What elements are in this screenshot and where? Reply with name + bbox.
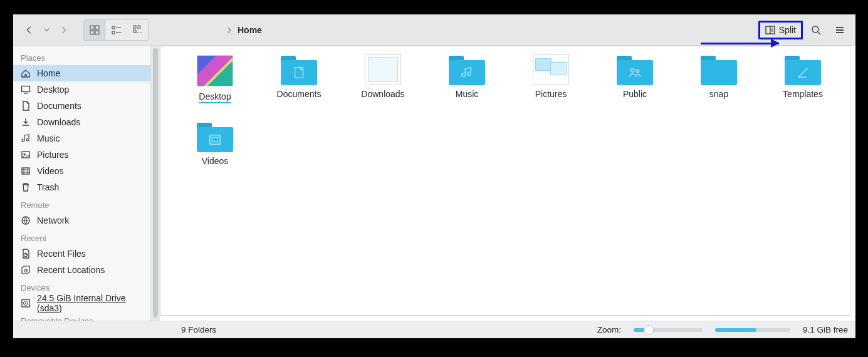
downloads-icon (21, 117, 31, 127)
videos-icon (21, 166, 31, 176)
sidebar-item-label: Recent Locations (37, 265, 105, 275)
svg-point-10 (812, 26, 818, 33)
svg-point-28 (219, 136, 219, 137)
view-mode-group (83, 19, 149, 41)
file-item-templates[interactable]: Templates (761, 54, 845, 103)
file-item-pictures[interactable]: Pictures (509, 54, 593, 103)
devices-section-title: Devices (13, 278, 150, 295)
folder-icon (197, 121, 233, 152)
places-panel: Places HomeDesktopDocumentsDownloadsMusi… (13, 46, 151, 321)
scrollbar-thumb[interactable] (153, 48, 158, 318)
folder-icon (281, 54, 317, 85)
window-body: Places HomeDesktopDocumentsDownloadsMusi… (13, 46, 855, 321)
svg-rect-21 (295, 68, 303, 78)
sidebar-item-trash[interactable]: Trash (13, 179, 150, 195)
svg-rect-7 (138, 26, 140, 28)
view-compact-button[interactable] (105, 20, 127, 40)
sidebar-item-label: Recent Files (37, 249, 86, 259)
file-item-label: Videos (202, 156, 229, 166)
sidebar-item-recent-files[interactable]: Recent Files (13, 246, 150, 262)
sidebar-item-videos[interactable]: Videos (13, 163, 150, 179)
file-item-documents[interactable]: Documents (257, 54, 341, 103)
file-item-label: snap (709, 89, 728, 99)
split-label: Split (779, 25, 796, 35)
folder-icon (701, 54, 737, 85)
location-breadcrumb[interactable]: Home (151, 25, 756, 35)
search-button[interactable] (805, 19, 827, 41)
svg-rect-5 (112, 31, 115, 34)
sidebar-item-label: Desktop (37, 85, 69, 95)
file-item-label: Templates (783, 89, 823, 99)
scrollbar[interactable] (151, 46, 160, 321)
file-item-label: Music (456, 89, 479, 99)
back-button[interactable] (18, 19, 39, 41)
file-item-downloads[interactable]: Downloads (341, 54, 425, 103)
view-icons-button[interactable] (84, 20, 105, 40)
svg-rect-11 (22, 86, 30, 92)
sidebar-item-24-5-gib-internal-drive-sda3-[interactable]: 24.5 GiB Internal Drive (sda3) (13, 295, 150, 311)
hamburger-menu-button[interactable] (829, 19, 850, 41)
svg-rect-4 (112, 26, 115, 29)
music-icon (21, 133, 31, 143)
icon-view[interactable]: DesktopDocumentsDownloadsMusicPicturesPu… (160, 46, 850, 316)
toolbar: Home Split (13, 14, 855, 46)
sidebar-item-downloads[interactable]: Downloads (13, 114, 150, 130)
downloads-thumbnail-icon (365, 54, 401, 85)
sidebar-item-label: Pictures (37, 150, 69, 160)
zoom-slider[interactable] (634, 328, 703, 332)
svg-rect-2 (90, 31, 94, 34)
sidebar-item-label: Videos (37, 166, 64, 176)
breadcrumb-separator-icon (226, 27, 233, 33)
view-details-button[interactable] (127, 20, 148, 40)
svg-rect-14 (22, 168, 29, 174)
forward-button[interactable] (53, 19, 75, 41)
folder-icon (785, 54, 821, 85)
svg-rect-3 (95, 31, 99, 34)
network-icon (21, 215, 31, 225)
file-item-music[interactable]: Music (425, 54, 509, 103)
file-item-label: Pictures (535, 89, 567, 99)
file-item-videos[interactable]: Videos (173, 121, 257, 166)
svg-rect-25 (212, 137, 217, 142)
disk-usage-bar (715, 328, 790, 332)
file-item-label: Downloads (361, 89, 404, 99)
disk-icon (21, 298, 31, 308)
sidebar-item-pictures[interactable]: Pictures (13, 147, 150, 163)
file-item-desktop[interactable]: Desktop (173, 54, 257, 103)
trash-icon (21, 182, 31, 192)
sidebar-item-network[interactable]: Network (13, 212, 150, 229)
documents-icon (21, 101, 31, 111)
file-item-label: Desktop (199, 91, 231, 103)
svg-point-29 (219, 143, 219, 143)
main-area: DesktopDocumentsDownloadsMusicPicturesPu… (151, 46, 855, 321)
folder-icon (617, 54, 653, 85)
sidebar-item-label: Music (37, 133, 60, 143)
zoom-label: Zoom: (597, 325, 621, 334)
svg-rect-0 (90, 26, 94, 29)
file-item-public[interactable]: Public (593, 54, 677, 103)
home-icon (21, 68, 31, 78)
breadcrumb-current[interactable]: Home (238, 25, 262, 35)
sidebar-item-home[interactable]: Home (13, 65, 150, 81)
split-view-button[interactable]: Split (760, 23, 801, 38)
svg-rect-6 (133, 26, 136, 28)
sidebar-item-label: Documents (37, 101, 81, 111)
file-manager-window: Home Split Places HomeDesktopDocumentsDo… (13, 14, 855, 338)
svg-rect-1 (95, 26, 99, 29)
recent-section-title: Recent (13, 229, 150, 246)
svg-rect-24 (210, 135, 221, 145)
split-icon (765, 25, 775, 35)
sidebar-item-label: Home (37, 68, 60, 78)
file-item-label: Documents (277, 89, 322, 99)
recent-files-icon (21, 249, 31, 259)
sidebar-item-documents[interactable]: Documents (13, 98, 150, 114)
sidebar-item-music[interactable]: Music (13, 130, 150, 147)
back-history-dropdown[interactable] (42, 19, 51, 41)
sidebar-item-desktop[interactable]: Desktop (13, 81, 150, 98)
svg-point-26 (211, 136, 211, 137)
disk-free-label: 9.1 GiB free (803, 325, 848, 334)
places-section-title: Places (13, 48, 150, 65)
file-item-snap[interactable]: snap (677, 54, 761, 103)
pictures-thumbnail-icon (533, 54, 569, 85)
sidebar-item-recent-locations[interactable]: Recent Locations (13, 262, 150, 278)
